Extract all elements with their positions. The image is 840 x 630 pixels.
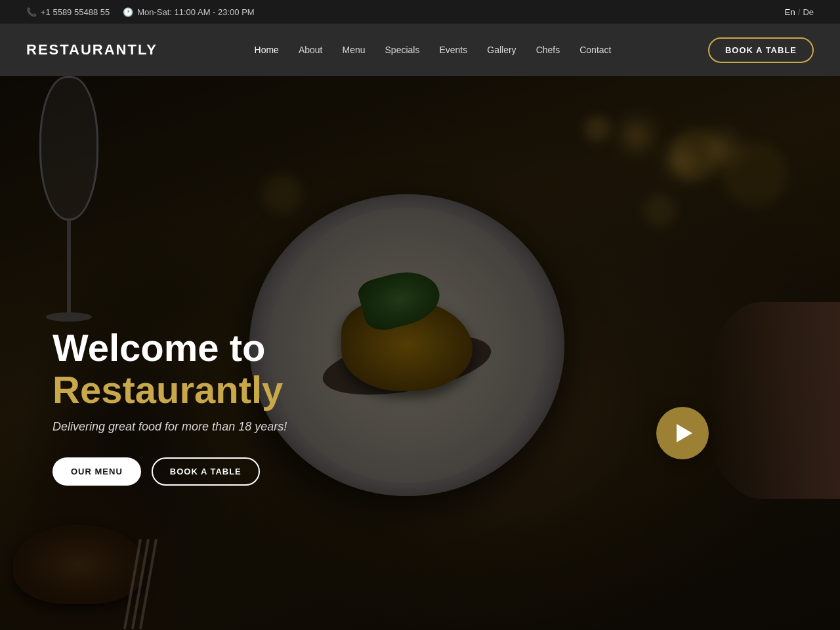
nav-link-contact[interactable]: Contact xyxy=(570,38,620,62)
nav-item-menu[interactable]: Menu xyxy=(333,38,375,62)
top-bar-left: 📞 +1 5589 55488 55 🕐 Mon-Sat: 11:00 AM -… xyxy=(26,7,255,17)
business-hours: Mon-Sat: 11:00 AM - 23:00 PM xyxy=(137,7,254,17)
nav-item-about[interactable]: About xyxy=(289,38,332,62)
nav-link-chefs[interactable]: Chefs xyxy=(527,38,570,62)
phone-info: 📞 +1 5589 55488 55 xyxy=(26,7,110,17)
play-icon xyxy=(677,424,692,442)
nav-item-events[interactable]: Events xyxy=(430,38,476,62)
lang-en[interactable]: En xyxy=(785,7,795,17)
phone-icon: 📞 xyxy=(26,7,37,17)
navbar: RESTAURANTLY Home About Menu Specials Ev… xyxy=(0,24,840,76)
lang-de[interactable]: De xyxy=(803,7,814,17)
hero-section: Welcome to Restaurantly Delivering great… xyxy=(0,76,840,630)
nav-link-events[interactable]: Events xyxy=(430,38,476,62)
nav-links: Home About Menu Specials Events Gallery … xyxy=(245,38,621,62)
nav-link-home[interactable]: Home xyxy=(245,38,288,62)
hero-brand-name: Restaurantly xyxy=(52,368,283,411)
nav-book-table-button[interactable]: BOOK A TABLE xyxy=(708,37,814,63)
play-video-button[interactable] xyxy=(656,407,709,459)
hero-subtitle: Delivering great food for more than 18 y… xyxy=(52,420,446,434)
language-switcher[interactable]: En / De xyxy=(785,7,814,17)
hero-title: Welcome to Restaurantly xyxy=(52,327,446,411)
hero-buttons: OUR MENU BOOK A TABLE xyxy=(52,457,446,486)
our-menu-button[interactable]: OUR MENU xyxy=(52,457,141,486)
nav-item-contact[interactable]: Contact xyxy=(570,38,620,62)
top-bar: 📞 +1 5589 55488 55 🕐 Mon-Sat: 11:00 AM -… xyxy=(0,0,840,24)
nav-link-menu[interactable]: Menu xyxy=(333,38,375,62)
nav-link-specials[interactable]: Specials xyxy=(376,38,429,62)
nav-link-about[interactable]: About xyxy=(289,38,332,62)
lang-separator: / xyxy=(798,7,801,17)
phone-number: +1 5589 55488 55 xyxy=(41,7,110,17)
nav-item-gallery[interactable]: Gallery xyxy=(478,38,525,62)
hero-title-prefix: Welcome to xyxy=(52,326,265,369)
book-table-button[interactable]: BOOK A TABLE xyxy=(152,457,260,486)
clock-icon: 🕐 xyxy=(123,7,133,17)
nav-item-chefs[interactable]: Chefs xyxy=(527,38,570,62)
hero-content: Welcome to Restaurantly Delivering great… xyxy=(52,327,446,486)
brand-logo[interactable]: RESTAURANTLY xyxy=(26,41,158,58)
nav-item-home[interactable]: Home xyxy=(245,38,288,62)
hours-info: 🕐 Mon-Sat: 11:00 AM - 23:00 PM xyxy=(123,7,254,17)
nav-link-gallery[interactable]: Gallery xyxy=(478,38,525,62)
nav-item-specials[interactable]: Specials xyxy=(376,38,429,62)
